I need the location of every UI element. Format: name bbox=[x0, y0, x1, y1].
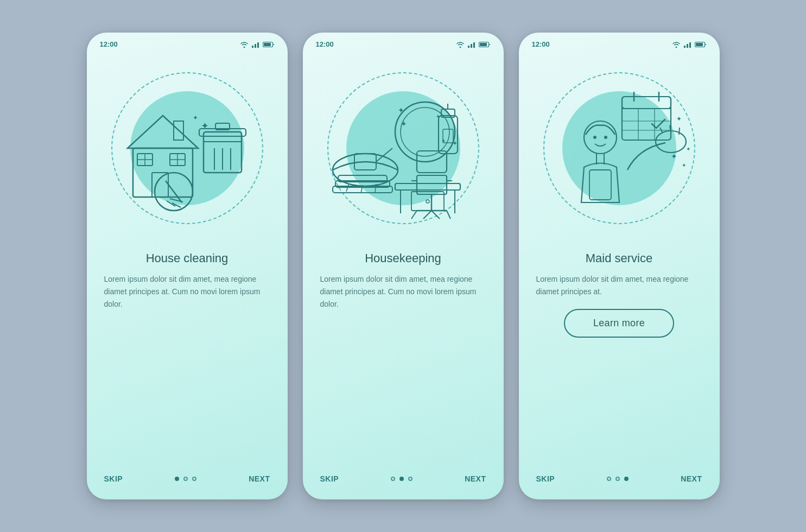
wifi-icon-1 bbox=[240, 41, 249, 48]
svg-text:✦: ✦ bbox=[676, 115, 682, 123]
battery-icon-2 bbox=[479, 41, 491, 48]
svg-text:✦: ✦ bbox=[193, 114, 198, 122]
dots-3 bbox=[607, 477, 629, 481]
time-3: 12:00 bbox=[532, 40, 550, 48]
svg-text:✦: ✦ bbox=[671, 152, 677, 161]
status-icons-1 bbox=[240, 41, 275, 48]
battery-icon-1 bbox=[263, 41, 275, 48]
svg-rect-0 bbox=[252, 46, 253, 48]
svg-text:✦: ✦ bbox=[401, 119, 407, 128]
signal-icon-3 bbox=[683, 41, 692, 48]
house-illustration: ✦ ✦ bbox=[106, 67, 269, 230]
card-title-1: House cleaning bbox=[104, 251, 270, 265]
card-description-1: Lorem ipsum dolor sit dim amet, mea regi… bbox=[104, 273, 270, 311]
card-title-2: Housekeeping bbox=[320, 251, 486, 265]
svg-text:✦: ✦ bbox=[201, 121, 209, 131]
svg-rect-71 bbox=[689, 42, 691, 48]
status-bar-1: 12:00 bbox=[87, 33, 288, 50]
wifi-icon-2 bbox=[456, 41, 465, 48]
next-button-3[interactable]: NEXT bbox=[681, 474, 702, 483]
svg-point-66 bbox=[426, 200, 429, 203]
dot-1-2 bbox=[183, 477, 188, 481]
svg-point-85 bbox=[604, 136, 607, 139]
dot-3-1 bbox=[607, 477, 611, 481]
phones-container: 12:00 bbox=[87, 33, 720, 499]
dot-3-2 bbox=[615, 477, 620, 481]
svg-text:✦: ✦ bbox=[686, 146, 690, 152]
svg-rect-73 bbox=[696, 43, 703, 46]
housekeeping-illustration: ✦ ✦ ✦ bbox=[322, 67, 485, 230]
content-area-3: Maid service Lorem ipsum dolor sit dim a… bbox=[519, 246, 720, 474]
content-area-1: House cleaning Lorem ipsum dolor sit dim… bbox=[87, 246, 288, 474]
status-icons-3 bbox=[672, 41, 707, 48]
svg-line-57 bbox=[447, 211, 450, 219]
svg-text:✦: ✦ bbox=[398, 106, 404, 115]
svg-line-58 bbox=[423, 211, 431, 219]
svg-line-59 bbox=[431, 211, 440, 219]
time-1: 12:00 bbox=[100, 40, 118, 48]
dots-2 bbox=[391, 477, 412, 481]
svg-line-92 bbox=[679, 128, 680, 135]
illustration-area-3: ✦ ✦ ✦ ✦ bbox=[519, 50, 720, 246]
svg-point-44 bbox=[401, 107, 449, 156]
svg-rect-30 bbox=[471, 44, 472, 48]
next-button-2[interactable]: NEXT bbox=[465, 474, 486, 483]
svg-rect-31 bbox=[473, 42, 475, 48]
bottom-nav-2: SKIP NEXT bbox=[303, 474, 504, 499]
svg-rect-2 bbox=[257, 42, 259, 48]
bottom-nav-3: SKIP NEXT bbox=[519, 474, 720, 499]
svg-rect-69 bbox=[684, 46, 686, 48]
svg-rect-86 bbox=[589, 170, 611, 200]
svg-rect-4 bbox=[264, 43, 271, 46]
phone-house-cleaning: 12:00 bbox=[87, 33, 288, 499]
learn-more-button[interactable]: Learn more bbox=[564, 309, 674, 338]
card-description-2: Lorem ipsum dolor sit dim amet, mea regi… bbox=[320, 273, 486, 311]
time-2: 12:00 bbox=[316, 40, 334, 48]
dot-2-1 bbox=[391, 477, 395, 481]
dot-1-3 bbox=[192, 477, 196, 481]
maid-illustration: ✦ ✦ ✦ ✦ bbox=[538, 67, 701, 230]
card-title-3: Maid service bbox=[536, 251, 702, 265]
dot-2-3 bbox=[408, 477, 412, 481]
svg-text:✦: ✦ bbox=[452, 140, 458, 147]
svg-marker-6 bbox=[128, 116, 198, 148]
dot-3-3 bbox=[624, 477, 629, 481]
svg-rect-75 bbox=[622, 97, 671, 109]
dot-2-2 bbox=[399, 477, 404, 481]
status-bar-3: 12:00 bbox=[519, 33, 720, 50]
next-button-1[interactable]: NEXT bbox=[249, 474, 270, 483]
battery-icon-3 bbox=[695, 41, 707, 48]
signal-icon-1 bbox=[251, 41, 260, 48]
status-icons-2 bbox=[456, 41, 491, 48]
illustration-area-1: ✦ ✦ bbox=[87, 50, 288, 246]
skip-button-3[interactable]: SKIP bbox=[536, 474, 555, 483]
skip-button-2[interactable]: SKIP bbox=[320, 474, 339, 483]
svg-rect-74 bbox=[622, 97, 671, 140]
content-area-2: Housekeeping Lorem ipsum dolor sit dim a… bbox=[303, 246, 504, 474]
phone-maid-service: 12:00 bbox=[519, 33, 720, 499]
svg-line-56 bbox=[411, 211, 417, 219]
illustration-area-2: ✦ ✦ ✦ bbox=[303, 50, 504, 246]
svg-rect-1 bbox=[255, 44, 256, 48]
svg-rect-62 bbox=[395, 183, 460, 190]
svg-rect-29 bbox=[468, 46, 469, 48]
wifi-icon-3 bbox=[672, 41, 681, 48]
svg-text:✦: ✦ bbox=[682, 162, 686, 168]
phone-housekeeping: 12:00 bbox=[303, 33, 504, 499]
card-description-3: Lorem ipsum dolor sit dim amet, mea regi… bbox=[536, 273, 702, 298]
skip-button-1[interactable]: SKIP bbox=[104, 474, 123, 483]
dot-1-1 bbox=[175, 477, 179, 481]
svg-rect-70 bbox=[687, 44, 688, 48]
signal-icon-2 bbox=[467, 41, 476, 48]
svg-rect-33 bbox=[480, 43, 487, 46]
status-bar-2: 12:00 bbox=[303, 33, 504, 50]
svg-point-84 bbox=[593, 136, 596, 139]
bottom-nav-1: SKIP NEXT bbox=[87, 474, 288, 499]
dots-1 bbox=[175, 477, 196, 481]
